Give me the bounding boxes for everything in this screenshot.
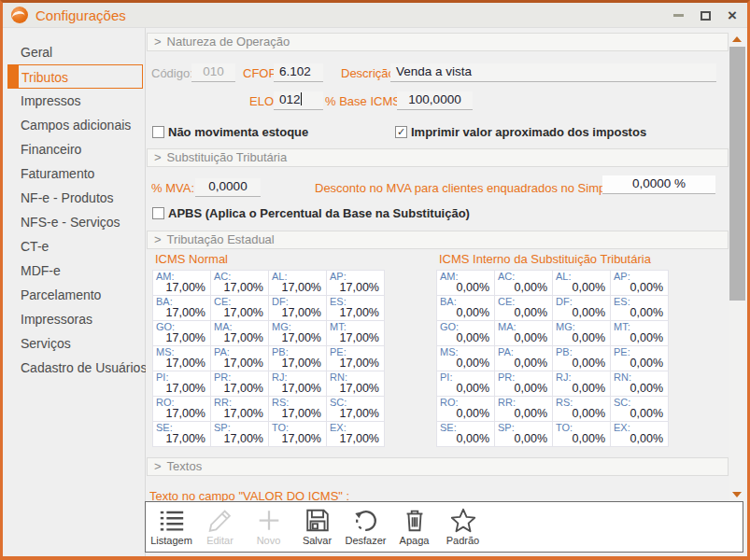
sidebar-item-financeiro[interactable]: Financeiro	[7, 137, 143, 161]
checkbox-apbs[interactable]: APBS (Aplica o Percentual da Base na Sub…	[152, 206, 470, 220]
state-cell-go-normal[interactable]: GO:17,00%	[153, 321, 210, 345]
state-cell-ma-normal[interactable]: MA:17,00%	[211, 321, 268, 345]
state-cell-ro-normal[interactable]: RO:17,00%	[153, 397, 210, 421]
section-header-tributacao[interactable]: >Tributação Estadual	[147, 231, 729, 249]
sidebar-item-parcelamento[interactable]: Parcelamento	[7, 283, 143, 307]
state-cell-pi-normal[interactable]: PI:17,00%	[153, 371, 210, 396]
state-cell-rr-normal[interactable]: RR:17,00%	[211, 397, 268, 421]
state-cell-rj-interno[interactable]: RJ:0,00%	[553, 371, 610, 396]
scroll-down-icon[interactable]	[732, 492, 742, 497]
checkbox-imprimir-impostos[interactable]: ✓ Imprimir valor aproximado dos impostos	[395, 125, 646, 139]
sidebar-item-nf-e-produtos[interactable]: NF-e - Produtos	[7, 186, 143, 210]
maximize-button[interactable]	[698, 7, 713, 24]
vertical-scrollbar[interactable]	[729, 30, 745, 503]
state-cell-pb-interno[interactable]: PB:0,00%	[553, 346, 610, 371]
state-cell-sc-normal[interactable]: SC:17,00%	[327, 397, 384, 421]
state-cell-pi-interno[interactable]: PI:0,00%	[437, 371, 494, 396]
state-cell-es-interno[interactable]: ES:0,00%	[611, 296, 668, 320]
section-header-substituicao[interactable]: >Substituição Tributária	[147, 148, 729, 167]
state-cell-ac-interno[interactable]: AC:0,00%	[495, 271, 552, 295]
section-header-textos[interactable]: >Textos	[147, 457, 729, 476]
state-cell-pa-interno[interactable]: PA:0,00%	[495, 346, 552, 371]
sidebar-item-ct-e[interactable]: CT-e	[7, 234, 143, 259]
state-cell-ce-interno[interactable]: CE:0,00%	[495, 296, 552, 320]
state-cell-pe-interno[interactable]: PE:0,00%	[611, 346, 668, 371]
state-cell-ba-normal[interactable]: BA:17,00%	[153, 296, 210, 320]
texto-valor-icms-label: Texto no campo "VALOR DO ICMS" :	[149, 489, 349, 502]
state-cell-al-interno[interactable]: AL:0,00%	[553, 271, 610, 295]
state-cell-pr-normal[interactable]: PR:17,00%	[211, 371, 268, 396]
state-cell-se-interno[interactable]: SE:0,00%	[437, 422, 494, 446]
state-cell-sc-interno[interactable]: SC:0,00%	[611, 397, 668, 421]
sidebar-item-tributos[interactable]: Tributos	[7, 64, 143, 89]
state-cell-rr-interno[interactable]: RR:0,00%	[495, 397, 552, 421]
state-cell-al-normal[interactable]: AL:17,00%	[269, 271, 326, 295]
listagem-button[interactable]: Listagem	[150, 506, 192, 546]
checkbox-icon[interactable]	[152, 207, 164, 219]
state-cell-am-interno[interactable]: AM:0,00%	[437, 271, 494, 295]
state-cell-ma-interno[interactable]: MA:0,00%	[495, 321, 552, 345]
state-cell-rs-interno[interactable]: RS:0,00%	[553, 397, 610, 421]
elo-input[interactable]: 012	[274, 91, 323, 110]
desconto-mva-input[interactable]: 0,0000 %	[602, 175, 715, 194]
state-cell-ba-interno[interactable]: BA:0,00%	[437, 296, 494, 320]
state-cell-rn-normal[interactable]: RN:17,00%	[327, 371, 384, 396]
state-cell-ex-normal[interactable]: EX:17,00%	[327, 422, 384, 446]
scrollbar-thumb[interactable]	[729, 47, 745, 301]
state-cell-mg-normal[interactable]: MG:17,00%	[269, 321, 326, 345]
state-cell-rj-normal[interactable]: RJ:17,00%	[269, 371, 326, 396]
desfazer-button[interactable]: Desfazer	[345, 506, 387, 546]
state-cell-mt-normal[interactable]: MT:17,00%	[327, 321, 384, 345]
state-cell-ap-normal[interactable]: AP:17,00%	[327, 271, 384, 295]
state-cell-ro-interno[interactable]: RO:0,00%	[437, 397, 494, 421]
sidebar-item-servicos[interactable]: Serviços	[7, 331, 143, 356]
state-cell-pe-normal[interactable]: PE:17,00%	[327, 346, 384, 371]
state-cell-sp-normal[interactable]: SP:17,00%	[211, 422, 268, 446]
section-header-natureza[interactable]: >Natureza de Operação	[147, 33, 729, 51]
state-cell-pr-interno[interactable]: PR:0,00%	[495, 371, 552, 396]
descricao-input[interactable]: Venda a vista	[390, 63, 716, 82]
codigo-input[interactable]: 010	[191, 63, 235, 82]
state-cell-go-interno[interactable]: GO:0,00%	[437, 321, 494, 345]
state-cell-ex-interno[interactable]: EX:0,00%	[611, 422, 668, 446]
apaga-button[interactable]: Apaga	[393, 506, 435, 546]
state-cell-pa-normal[interactable]: PA:17,00%	[211, 346, 268, 371]
state-cell-mg-interno[interactable]: MG:0,00%	[553, 321, 610, 345]
scroll-up-icon[interactable]	[732, 36, 742, 42]
base-icms-input[interactable]: 100,0000	[397, 91, 473, 110]
state-cell-ms-normal[interactable]: MS:17,00%	[153, 346, 210, 371]
sidebar-item-mdf-e[interactable]: MDF-e	[7, 259, 143, 283]
sidebar-item-faturamento[interactable]: Faturamento	[7, 161, 143, 186]
checkbox-icon[interactable]: ✓	[395, 126, 407, 138]
close-button[interactable]: ×	[725, 7, 740, 24]
state-cell-to-normal[interactable]: TO:17,00%	[269, 422, 326, 446]
sidebar-item-cadastro-de-usuarios[interactable]: Cadastro de Usuários	[7, 356, 143, 380]
state-cell-am-normal[interactable]: AM:17,00%	[153, 271, 210, 295]
state-cell-ac-normal[interactable]: AC:17,00%	[211, 271, 268, 295]
sidebar-item-nfs-e-servicos[interactable]: NFS-e - Serviços	[7, 210, 143, 234]
mva-input[interactable]: 0,0000	[195, 178, 261, 197]
state-cell-mt-interno[interactable]: MT:0,00%	[611, 321, 668, 345]
state-cell-ap-interno[interactable]: AP:0,00%	[611, 271, 668, 295]
cfop-input[interactable]: 6.102	[274, 63, 323, 82]
state-cell-df-normal[interactable]: DF:17,00%	[269, 296, 326, 320]
state-cell-pb-normal[interactable]: PB:17,00%	[269, 346, 326, 371]
state-cell-se-normal[interactable]: SE:17,00%	[153, 422, 210, 446]
state-cell-df-interno[interactable]: DF:0,00%	[553, 296, 610, 320]
state-cell-rn-interno[interactable]: RN:0,00%	[611, 371, 668, 396]
state-cell-ms-interno[interactable]: MS:0,00%	[437, 346, 494, 371]
sidebar-item-impressoras[interactable]: Impressoras	[7, 307, 143, 331]
checkbox-nao-movimenta[interactable]: Não movimenta estoque	[152, 125, 308, 139]
state-cell-ce-normal[interactable]: CE:17,00%	[211, 296, 268, 320]
salvar-button[interactable]: Salvar	[296, 506, 338, 546]
padrao-button[interactable]: Padrão	[442, 506, 484, 546]
state-cell-sp-interno[interactable]: SP:0,00%	[495, 422, 552, 446]
state-cell-es-normal[interactable]: ES:17,00%	[327, 296, 384, 320]
state-cell-to-interno[interactable]: TO:0,00%	[553, 422, 610, 446]
state-cell-rs-normal[interactable]: RS:17,00%	[269, 397, 326, 421]
minimize-button[interactable]	[671, 7, 686, 24]
checkbox-icon[interactable]	[152, 126, 164, 138]
sidebar-item-geral[interactable]: Geral	[7, 40, 143, 64]
sidebar-item-impressos[interactable]: Impressos	[7, 89, 143, 113]
sidebar-item-campos-adicionais[interactable]: Campos adicionais	[7, 113, 143, 137]
